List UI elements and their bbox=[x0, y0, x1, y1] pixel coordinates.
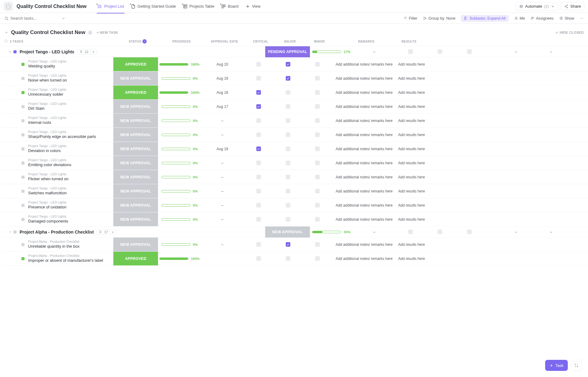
task-status-square[interactable] bbox=[21, 63, 24, 66]
progress-cell[interactable]: 0% bbox=[158, 119, 201, 123]
date-cell[interactable]: – bbox=[201, 119, 244, 123]
checkbox[interactable] bbox=[256, 256, 261, 261]
major-cell[interactable] bbox=[273, 104, 303, 109]
task-title[interactable]: Project Tango - LED LightsEmitting color… bbox=[28, 158, 113, 168]
minor-cell[interactable] bbox=[303, 189, 332, 193]
minor-cell[interactable] bbox=[303, 90, 332, 95]
results-cell[interactable]: – bbox=[548, 50, 582, 54]
task-title[interactable]: Project Tango - LED LightsUnnecessary so… bbox=[28, 88, 113, 97]
col-progress[interactable]: PROGRESS bbox=[160, 40, 203, 43]
info-icon[interactable]: i bbox=[88, 30, 92, 35]
status-cell[interactable]: NEW APPROVAL bbox=[113, 128, 158, 142]
major-cell[interactable] bbox=[273, 175, 303, 179]
checkbox[interactable] bbox=[256, 118, 261, 123]
minor-cell[interactable] bbox=[303, 104, 332, 109]
checkbox[interactable] bbox=[256, 175, 261, 179]
automate-button[interactable]: Automate (2) bbox=[516, 2, 559, 10]
share-button[interactable]: Share bbox=[561, 2, 584, 10]
status-cell[interactable]: NEW APPROVAL bbox=[113, 71, 158, 85]
checkbox[interactable] bbox=[286, 118, 290, 123]
date-cell[interactable]: – bbox=[201, 203, 244, 208]
date-cell[interactable]: – bbox=[201, 242, 244, 247]
task-status-square[interactable] bbox=[21, 218, 24, 221]
date-cell[interactable]: Aug 19 bbox=[201, 76, 244, 81]
view-tab-view[interactable]: View bbox=[242, 2, 264, 11]
new-task-link[interactable]: + NEW TASK bbox=[97, 31, 118, 34]
progress-cell[interactable]: 0% bbox=[158, 218, 201, 221]
date-cell[interactable]: – bbox=[201, 217, 244, 222]
checkbox[interactable] bbox=[256, 242, 261, 247]
task-status-square[interactable] bbox=[21, 162, 24, 165]
group-name[interactable]: Project Tango - LED Lights bbox=[20, 49, 74, 54]
progress-cell[interactable]: 0% bbox=[158, 77, 201, 80]
results-cell[interactable]: – bbox=[548, 230, 582, 234]
progress-cell[interactable]: 17% bbox=[310, 50, 353, 54]
subtask-count-badge[interactable]: 12+ bbox=[77, 49, 97, 55]
checkbox[interactable] bbox=[315, 132, 320, 137]
results-cell[interactable]: Add results here bbox=[396, 257, 430, 261]
task-status-square[interactable] bbox=[21, 119, 24, 122]
results-cell[interactable]: Add results here bbox=[396, 147, 430, 151]
remarks-cell[interactable]: Add additional notes/ remarks here bbox=[332, 189, 396, 193]
remarks-cell[interactable]: Add additional notes/ remarks here bbox=[332, 90, 396, 95]
major-cell[interactable] bbox=[273, 147, 303, 151]
major-cell[interactable] bbox=[425, 49, 454, 54]
progress-cell[interactable]: 0% bbox=[158, 147, 201, 151]
progress-cell[interactable]: 100% bbox=[158, 257, 201, 261]
date-cell[interactable]: – bbox=[201, 175, 244, 179]
task-title[interactable]: Project Tango - LED LightsPresence of ox… bbox=[28, 200, 113, 210]
checkbox[interactable] bbox=[315, 104, 320, 109]
task-status-square[interactable] bbox=[21, 176, 24, 179]
checkbox[interactable] bbox=[256, 132, 261, 137]
results-cell[interactable]: Add results here bbox=[396, 203, 430, 208]
remarks-cell[interactable]: Add additional notes/ remarks here bbox=[332, 161, 396, 165]
task-title[interactable]: Project Tango - LED LightsWelding qualit… bbox=[28, 59, 113, 69]
results-cell[interactable]: Add results here bbox=[396, 119, 430, 123]
progress-cell[interactable]: 0% bbox=[158, 204, 201, 207]
critical-cell[interactable] bbox=[244, 76, 273, 81]
group-status-square[interactable] bbox=[13, 230, 17, 234]
minor-cell[interactable] bbox=[303, 132, 332, 137]
major-cell[interactable] bbox=[273, 256, 303, 261]
critical-cell[interactable] bbox=[244, 90, 273, 95]
group-status-square[interactable] bbox=[13, 50, 17, 53]
progress-cell[interactable]: 0% bbox=[158, 189, 201, 193]
status-cell[interactable]: NEW APPROVAL bbox=[113, 212, 158, 226]
results-cell[interactable]: Add results here bbox=[396, 161, 430, 165]
checkbox[interactable] bbox=[286, 242, 290, 247]
checkbox[interactable] bbox=[315, 203, 320, 208]
major-cell[interactable] bbox=[273, 242, 303, 247]
caret-down-icon[interactable] bbox=[9, 230, 12, 234]
groupby-button[interactable]: Group by: None bbox=[423, 16, 455, 21]
remarks-cell[interactable]: Add additional notes/ remarks here bbox=[332, 217, 396, 222]
subtask-count-badge[interactable]: 17+ bbox=[97, 229, 116, 235]
checkbox[interactable] bbox=[286, 203, 290, 208]
checkbox[interactable] bbox=[315, 147, 320, 151]
assignees-button[interactable]: Assignees bbox=[530, 16, 554, 21]
results-cell[interactable]: Add results here bbox=[396, 189, 430, 193]
minor-cell[interactable] bbox=[303, 76, 332, 81]
status-cell[interactable]: NEW APPROVAL bbox=[113, 170, 158, 184]
minor-cell[interactable] bbox=[303, 242, 332, 247]
task-title[interactable]: Project Tango - LED LightsFlicker when t… bbox=[28, 172, 113, 182]
checkbox[interactable] bbox=[256, 147, 261, 151]
task-status-square[interactable] bbox=[21, 91, 24, 94]
show-button[interactable]: Show bbox=[559, 16, 574, 21]
checkbox[interactable] bbox=[315, 161, 320, 165]
status-cell[interactable]: NEW APPROVAL bbox=[113, 100, 158, 113]
checkbox[interactable] bbox=[315, 189, 320, 193]
remarks-cell[interactable]: Add additional notes/ remarks here bbox=[332, 242, 396, 247]
progress-cell[interactable]: 0% bbox=[158, 161, 201, 165]
critical-cell[interactable] bbox=[244, 242, 273, 247]
remarks-cell[interactable]: Add additional notes/ remarks here bbox=[332, 119, 396, 123]
critical-cell[interactable] bbox=[244, 256, 273, 261]
critical-cell[interactable] bbox=[244, 147, 273, 151]
checkbox[interactable] bbox=[315, 90, 320, 95]
status-cell[interactable]: NEW APPROVAL bbox=[113, 238, 158, 251]
major-cell[interactable] bbox=[273, 90, 303, 95]
status-cell[interactable]: NEW APPROVAL bbox=[113, 198, 158, 212]
checkbox[interactable] bbox=[315, 217, 320, 222]
checkbox[interactable] bbox=[286, 132, 290, 137]
minor-cell[interactable] bbox=[303, 217, 332, 222]
status-cell[interactable]: APPROVED bbox=[113, 252, 158, 265]
